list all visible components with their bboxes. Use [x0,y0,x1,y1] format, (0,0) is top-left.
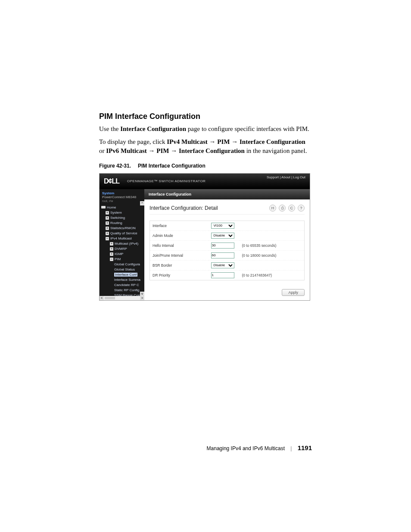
tree-item-global-status[interactable]: Global Status [101,267,144,272]
arrow-icon: → [209,138,216,145]
text: or [99,147,106,154]
tree-label: Static RP Config [114,288,140,292]
about-link[interactable]: About [281,175,290,179]
select-interface[interactable]: Vl100 [211,223,234,229]
input-hello[interactable] [211,243,234,249]
section-heading: PIM Interface Configuration [99,112,310,121]
tree-label: Multicast (IPv4) [115,242,138,246]
select-bsr[interactable]: Disable [211,262,234,268]
text: in the navigation panel. [245,147,307,154]
tree-label: Interface Summa [114,278,140,282]
tree-label: IPv4 Multicast [110,236,132,240]
scroll-down-icon[interactable]: v [140,292,144,296]
tree-item-multicast[interactable]: +Multicast (IPv4) [101,241,144,246]
footer-title: Managing IPv4 and IPv6 Multicast [207,445,285,451]
arrow-icon: → [149,147,155,154]
config-form: Interface Vl100 Admin Mode Disable Hello… [149,221,305,280]
figure-caption: Figure 42-31.PIM Interface Configuration [99,163,310,169]
scroll-right-icon[interactable]: > [140,296,144,300]
scroll-up-icon[interactable]: ^ [140,201,144,205]
collapse-icon [101,206,106,208]
hint-hello: (0 to 65535 seconds) [240,240,305,250]
apply-button[interactable]: Apply [282,289,305,296]
arrow-icon: → [171,147,177,154]
text-bold: IPv4 Multicast [167,138,208,145]
row-bsr-border: BSR Border Disable [150,260,305,270]
tree-label: Quality of Service [110,231,137,235]
tree-label: Candidate RP C [114,283,139,287]
tree-item-interface-config[interactable]: Interface Conf [101,272,144,277]
label-dr: DR Priority [150,270,209,280]
tree-item-global-config[interactable]: Global Configura [101,262,144,267]
figure-number: Figure 42-31. [99,163,131,169]
expand-icon: + [110,252,113,256]
divider [149,214,305,215]
scroll-left-icon[interactable]: < [100,296,104,300]
hint-admin-mode [240,230,305,240]
row-interface: Interface Vl100 [150,221,305,230]
detail-header: Interface Configuration: Detail H ⎙ C ? [149,205,305,212]
expand-icon: + [106,216,109,220]
page-number: 1191 [298,444,312,451]
label-admin-mode: Admin Mode [150,230,209,240]
scroll-thumb[interactable] [105,297,115,299]
hint-bsr [240,260,305,270]
input-dr[interactable] [211,272,234,278]
label-hello: Hello Interval [150,240,209,250]
horizontal-scrollbar[interactable]: < > [100,296,144,300]
text-bold: IPv6 Multicast [106,147,147,154]
tree-item-ipv4-multicast[interactable]: −IPv4 Multicast [101,236,144,241]
nav-tree: Home +System +Switching +Routing +Statis… [100,204,144,300]
print-icon[interactable]: ⎙ [279,205,286,212]
text-bold: PIM [156,147,169,154]
screenshot: D¢LL OPENMANAGE™ SWITCH ADMINISTRATOR Su… [99,173,310,301]
figure-title: PIM Interface Configuration [138,163,206,169]
expand-icon: + [106,227,109,230]
detail-title: Interface Configuration: Detail [149,205,218,211]
dell-logo: D¢LL [104,177,119,185]
app-name: OPENMANAGE™ SWITCH ADMINISTRATOR [127,179,206,183]
tree-item-stats[interactable]: +Statistics/RMON [101,226,144,231]
action-icons: H ⎙ C ? [269,205,305,212]
save-icon[interactable]: H [269,205,276,212]
user-label: root, r/w [102,199,142,203]
model-label: PowerConnect M8348 [102,195,142,199]
text: Use the [99,125,120,132]
tree-item-dvmrp[interactable]: +DVMRP [101,246,144,252]
tree-item-home[interactable]: Home [101,205,144,210]
support-link[interactable]: Support [267,175,279,179]
tree-label: Home [107,205,116,209]
tree-item-system[interactable]: +System [101,210,144,215]
tree-item-interface-summary[interactable]: Interface Summa [101,277,144,283]
hint-dr: (0 to 2147483647) [240,270,305,280]
row-admin-mode: Admin Mode Disable [150,230,305,240]
help-icon[interactable]: ? [298,205,305,212]
refresh-icon[interactable]: C [288,205,295,212]
text-bold: PIM [217,138,230,145]
tree-item-qos[interactable]: +Quality of Service [101,231,144,236]
tree-label: Global Configura [114,262,140,266]
hint-interface [240,221,305,230]
tree-item-switching[interactable]: +Switching [101,215,144,221]
apply-row: Apply [149,289,305,296]
tree-label: System [110,211,122,215]
tree-item-igmp[interactable]: +IGMP [101,252,144,257]
intro-paragraph: Use the Interface Configuration page to … [99,124,310,133]
tree-item-pim[interactable]: −PIM [101,257,144,262]
collapse-icon: − [106,237,109,240]
tree-label: Global Status [114,268,135,271]
label-join-prune: Join/Prune Interval [150,250,209,260]
tree-label-selected: Interface Conf [114,273,137,277]
expand-icon: + [106,232,109,235]
tree-item-candidate-rp[interactable]: Candidate RP C [101,283,144,288]
app-topbar: D¢LL OPENMANAGE™ SWITCH ADMINISTRATOR Su… [100,174,310,189]
nav-paragraph: To display the page, click IPv4 Multicas… [99,137,310,155]
tree-item-static-rp[interactable]: Static RP Config [101,288,144,293]
row-join-prune: Join/Prune Interval (0 to 18000 seconds) [150,250,305,260]
select-admin-mode[interactable]: Disable [211,233,234,239]
logout-link[interactable]: Log Out [293,175,305,179]
tree-item-routing[interactable]: +Routing [101,221,144,226]
input-join-prune[interactable] [211,252,234,258]
nav-sidebar: System PowerConnect M8348 root, r/w ^ Ho… [100,189,144,300]
row-dr-priority: DR Priority (0 to 2147483647) [150,270,305,280]
